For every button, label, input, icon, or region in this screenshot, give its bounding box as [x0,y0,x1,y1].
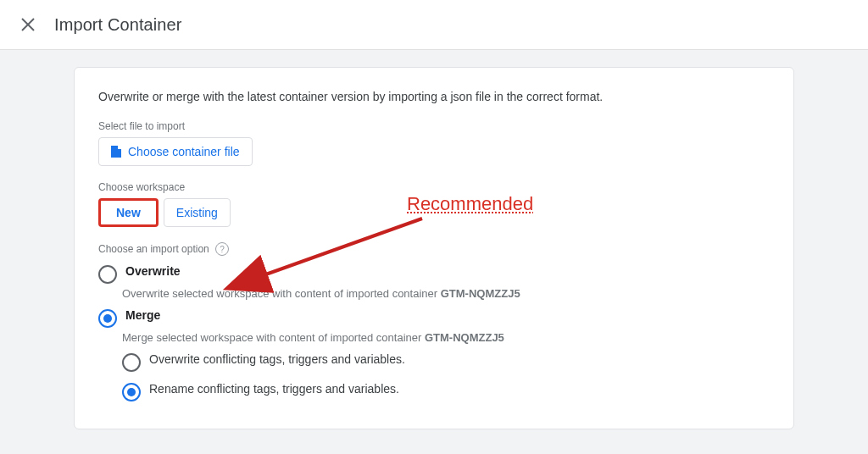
file-icon [111,146,121,158]
radio-checked-icon[interactable] [122,383,141,401]
page-body: Overwrite or merge with the latest conta… [0,50,868,454]
radio-checked-icon[interactable] [98,309,117,328]
dialog-header: Import Container [0,0,868,50]
option-overwrite[interactable]: Overwrite [98,264,770,284]
merge-title: Merge [125,308,160,322]
merge-sub-options: Overwrite conflicting tags, triggers and… [122,352,770,401]
sub-rename[interactable]: Rename conflicting tags, triggers and va… [122,382,770,401]
overwrite-title: Overwrite [125,264,181,278]
sub-overwrite[interactable]: Overwrite conflicting tags, triggers and… [122,352,770,372]
radio-unchecked-icon[interactable] [122,353,141,372]
workspace-new-button[interactable]: New [98,198,159,227]
annotation-recommended-label: Recommended [407,193,533,215]
choose-file-label: Choose container file [128,145,240,158]
overwrite-desc: Overwrite selected workspace with conten… [122,287,770,300]
import-option-label: Choose an import option ? [98,242,770,256]
intro-text: Overwrite or merge with the latest conta… [98,90,770,103]
workspace-existing-button[interactable]: Existing [164,198,231,227]
help-icon[interactable]: ? [215,242,229,256]
choose-file-button[interactable]: Choose container file [98,137,253,166]
radio-unchecked-icon[interactable] [98,265,117,284]
merge-desc: Merge selected workspace with content of… [122,331,770,344]
import-card: Overwrite or merge with the latest conta… [74,67,794,429]
option-merge[interactable]: Merge [98,308,770,328]
page-title: Import Container [54,15,182,35]
file-section-label: Select file to import [98,120,770,132]
workspace-section-label: Choose workspace [98,181,770,193]
close-icon[interactable] [19,15,37,34]
